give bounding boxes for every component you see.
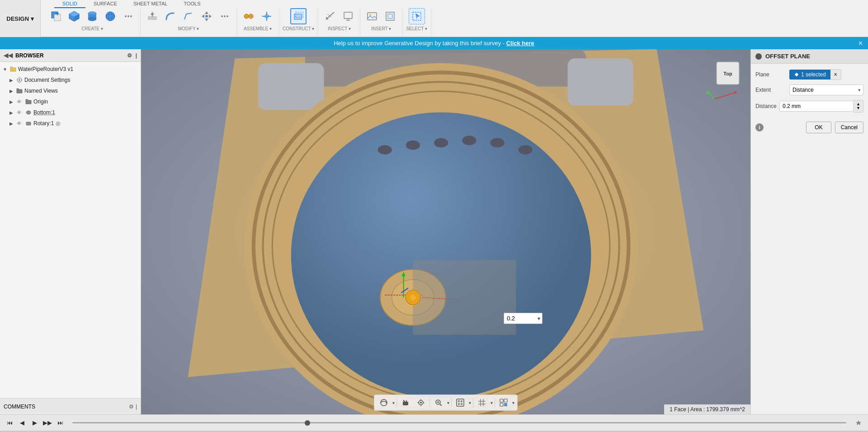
playback-prev-button[interactable]: ◀ (17, 418, 27, 428)
create-label[interactable]: CREATE ▾ (81, 26, 103, 31)
timeline-settings-icon[interactable] (854, 418, 863, 428)
tree-arrow-rotary1[interactable]: ▶ (8, 120, 14, 127)
browser-settings-icon[interactable]: ⚙ (127, 52, 132, 59)
assemble-new-joint-icon[interactable] (241, 8, 257, 24)
svg-marker-49 (415, 13, 420, 19)
distance-field[interactable] (779, 101, 854, 112)
eye-icon-bottom1[interactable]: 👁 (15, 109, 23, 116)
viewport[interactable]: Top 0.2 ▾ ▾ ▾ (141, 49, 750, 414)
inspect-label[interactable]: INSPECT ▾ (328, 26, 351, 31)
comments-label: COMMENTS (4, 404, 35, 410)
create-new-component-icon[interactable] (48, 8, 64, 24)
browser-collapse-icon[interactable]: ◀◀ (4, 52, 13, 59)
info-icon[interactable]: i (755, 123, 764, 131)
tree-item-rotary1[interactable]: ▶ 👁 Rotary:1 ◎ (0, 118, 141, 129)
viewport-settings-dropdown-arrow[interactable]: ▾ (512, 400, 514, 405)
distance-input-overlay: 0.2 ▾ (504, 313, 542, 324)
zoom-icon[interactable] (432, 396, 445, 409)
tab-surface[interactable]: SURFACE (85, 0, 125, 8)
extent-select[interactable]: Distance (789, 85, 863, 95)
create-sphere-icon[interactable] (102, 8, 118, 24)
survey-link[interactable]: Click here (506, 40, 534, 47)
svg-point-65 (291, 113, 591, 399)
create-more-icon[interactable] (120, 8, 137, 24)
select-icons (409, 8, 425, 24)
tab-tools[interactable]: TOOLS (175, 0, 208, 8)
eye-icon-rotary1[interactable]: 👁 (15, 120, 23, 127)
svg-marker-17 (151, 12, 154, 15)
construct-offset-plane-icon[interactable] (290, 8, 307, 24)
distance-arrows[interactable]: ▲ ▼ (854, 100, 863, 113)
tree-arrow-origin[interactable]: ▶ (8, 99, 14, 105)
modify-press-pull-icon[interactable] (144, 8, 160, 24)
orbit-icon[interactable] (377, 396, 391, 409)
assemble-label[interactable]: ASSEMBLE ▾ (244, 26, 272, 31)
create-cylinder-icon[interactable] (84, 8, 100, 24)
display-mode-icon[interactable] (453, 396, 467, 409)
offset-plane-footer: i OK Cancel (751, 118, 868, 137)
svg-rect-79 (413, 260, 516, 335)
look-at-icon[interactable] (414, 396, 428, 409)
modify-more-icon[interactable] (217, 8, 233, 24)
select-icon[interactable] (409, 8, 425, 24)
orbit-dropdown-arrow[interactable]: ▾ (392, 400, 395, 405)
tree-item-doc-settings[interactable]: ▶ Document Settings (0, 75, 141, 85)
zoom-dropdown-arrow[interactable]: ▾ (447, 400, 449, 405)
rotary-target-icon[interactable]: ◎ (56, 120, 60, 127)
ok-button[interactable]: OK (806, 122, 831, 133)
create-box-icon[interactable] (66, 8, 82, 24)
modify-label[interactable]: MODIFY ▾ (178, 26, 199, 31)
modify-move-icon[interactable] (198, 8, 215, 24)
tree-item-named-views[interactable]: ▶ Named Views (0, 85, 141, 96)
grid-dropdown-arrow[interactable]: ▾ (491, 400, 493, 405)
timeline-slider[interactable] (72, 422, 846, 423)
tree-item-bottom1[interactable]: ▶ 👁 Bottom:1 (0, 107, 141, 118)
construct-label[interactable]: CONSTRUCT ▾ (283, 26, 314, 31)
tree-arrow-named-views[interactable]: ▶ (8, 88, 14, 94)
tab-solid[interactable]: SOLID (54, 0, 85, 8)
tree-arrow-bottom1[interactable]: ▶ (8, 109, 14, 116)
comments-settings-icon[interactable]: ⚙ (129, 404, 134, 410)
browser-expand-icon[interactable]: | (136, 52, 137, 59)
playback-play-button[interactable]: ▶ (30, 418, 40, 428)
plane-selected-button[interactable]: 1 selected (789, 70, 830, 80)
insert-image-icon[interactable] (364, 8, 380, 24)
folder-icon-root (9, 65, 17, 73)
inspect-measure-icon[interactable] (322, 8, 338, 24)
modify-fillet-icon[interactable] (162, 8, 179, 24)
assemble-joint-origin-icon[interactable] (259, 8, 275, 24)
insert-label[interactable]: INSERT ▾ (371, 26, 391, 31)
view-cube[interactable]: Top (705, 58, 741, 103)
svg-line-85 (708, 91, 714, 99)
playback-last-button[interactable]: ⏭ (55, 418, 65, 428)
viewport-settings-icon[interactable] (497, 396, 510, 409)
design-button[interactable]: DESIGN ▾ (0, 0, 41, 37)
inspect-display-settings-icon[interactable] (340, 8, 356, 24)
comments-expand-icon[interactable]: | (136, 404, 137, 410)
tree-arrow-root[interactable]: ▼ (2, 66, 8, 72)
select-label[interactable]: SELECT ▾ (406, 26, 427, 31)
insert-canvas-icon[interactable] (382, 8, 398, 24)
tree-arrow-doc-settings[interactable]: ▶ (8, 77, 14, 83)
timeline-thumb[interactable] (305, 420, 310, 426)
plane-clear-button[interactable]: × (830, 69, 841, 80)
tree-item-root[interactable]: ▼ WaterPipeRouterV3 v1 (0, 64, 141, 75)
cancel-button[interactable]: Cancel (835, 122, 863, 133)
plane-label: Plane (755, 71, 789, 78)
grid-icon[interactable] (475, 396, 489, 409)
tree-item-origin[interactable]: ▶ 👁 Origin (0, 96, 141, 107)
svg-line-83 (714, 92, 737, 99)
offset-plane-title: OFFSET PLANE (765, 53, 810, 60)
modify-chamfer-icon[interactable] (180, 8, 197, 24)
playback-first-button[interactable]: ⏮ (5, 418, 14, 428)
eye-icon-origin[interactable]: 👁 (15, 98, 23, 105)
pan-icon[interactable] (399, 396, 412, 409)
viewport-bottom-toolbar: ▾ ▾ ▾ ▾ (374, 394, 518, 411)
timeline-slider-wrap[interactable] (68, 422, 851, 423)
distance-input-arrow[interactable]: ▾ (536, 315, 542, 322)
display-dropdown-arrow[interactable]: ▾ (469, 400, 471, 405)
banner-close-button[interactable]: × (859, 39, 863, 47)
tab-sheet-metal[interactable]: SHEET METAL (125, 0, 175, 8)
distance-input-field[interactable]: 0.2 (504, 313, 536, 324)
playback-next-button[interactable]: ▶▶ (42, 418, 52, 428)
